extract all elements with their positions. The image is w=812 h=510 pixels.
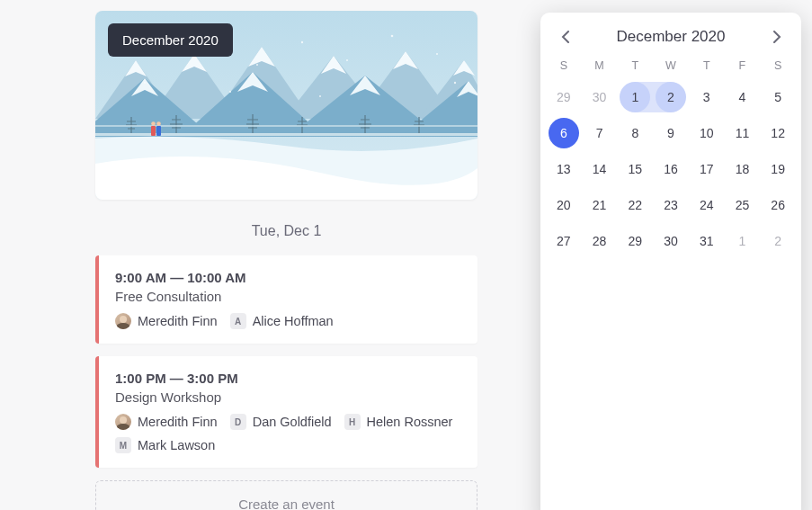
calendar-day-number: 9 (656, 118, 686, 148)
calendar-day-cell[interactable]: 31 (689, 223, 725, 259)
svg-point-52 (256, 64, 258, 66)
calendar-day-number: 14 (584, 154, 615, 184)
chevron-right-icon (773, 31, 781, 43)
calendar-day-number: 28 (584, 226, 615, 256)
calendar-day-cell[interactable]: 27 (546, 223, 582, 259)
event-card[interactable]: 9:00 AM — 10:00 AMFree ConsultationMered… (95, 255, 477, 344)
event-card[interactable]: 1:00 PM — 3:00 PMDesign WorkshopMeredith… (95, 356, 477, 468)
calendar-day-cell[interactable]: 28 (582, 223, 618, 259)
calendar-day-cell[interactable]: 17 (689, 151, 725, 187)
attendee: AAlice Hoffman (230, 313, 334, 329)
avatar-photo-icon (115, 414, 131, 430)
calendar-day-cell[interactable]: 15 (617, 151, 653, 187)
calendar-day-number: 15 (620, 154, 650, 184)
calendar-day-cell[interactable]: 30 (582, 79, 618, 115)
calendar-day-cell[interactable]: 6 (546, 115, 582, 151)
event-title: Free Consultation (115, 289, 461, 304)
calendar-day-number: 24 (692, 190, 722, 220)
calendar-day-cell[interactable]: 12 (760, 115, 796, 151)
avatar-initial-icon: M (115, 437, 131, 453)
calendar-day-cell[interactable]: 5 (760, 79, 796, 115)
svg-point-58 (144, 82, 146, 84)
svg-point-55 (391, 35, 394, 38)
calendar-day-cell[interactable]: 30 (653, 223, 689, 259)
calendar-day-cell[interactable]: 8 (617, 115, 653, 151)
calendar-day-cell[interactable]: 24 (689, 187, 725, 223)
event-time: 9:00 AM — 10:00 AM (115, 270, 461, 285)
calendar-day-header: F (725, 54, 761, 79)
calendar-day-number: 27 (549, 226, 579, 256)
chevron-left-icon (561, 31, 569, 43)
calendar-day-cell[interactable]: 16 (653, 151, 689, 187)
attendee: Meredith Finn (115, 313, 218, 329)
calendar-day-number: 23 (656, 190, 686, 220)
calendar-day-number: 19 (763, 154, 793, 184)
calendar-day-header: W (653, 54, 689, 79)
calendar-day-cell[interactable]: 4 (725, 79, 761, 115)
attendee-list: Meredith FinnAAlice Hoffman (115, 313, 461, 329)
calendar-day-number: 1 (727, 226, 757, 256)
month-hero: December 2020 (95, 11, 477, 200)
svg-point-48 (156, 121, 161, 126)
calendar-day-cell[interactable]: 21 (582, 187, 618, 223)
calendar-widget: December 2020 SMTWTFS 293012345678910111… (540, 13, 801, 510)
calendar-day-number: 8 (620, 118, 650, 148)
calendar-day-cell[interactable]: 7 (582, 115, 618, 151)
calendar-day-cell[interactable]: 13 (546, 151, 582, 187)
calendar-day-number: 13 (549, 154, 579, 184)
calendar-day-cell[interactable]: 1 (617, 79, 653, 115)
calendar-day-number: 2 (763, 226, 793, 256)
calendar-day-cell[interactable]: 22 (617, 187, 653, 223)
svg-point-53 (301, 41, 303, 43)
svg-point-46 (151, 121, 156, 126)
create-event-button[interactable]: Create an event (95, 480, 477, 510)
calendar-day-cell[interactable]: 3 (689, 79, 725, 115)
calendar-day-header: S (546, 54, 582, 79)
calendar-prev-button[interactable] (555, 27, 575, 47)
calendar-day-cell[interactable]: 29 (546, 79, 582, 115)
calendar-day-cell[interactable]: 1 (725, 223, 761, 259)
attendee-name: Meredith Finn (138, 415, 218, 429)
calendar-day-number: 7 (584, 118, 615, 148)
calendar-day-cell[interactable]: 11 (725, 115, 761, 151)
calendar-day-cell[interactable]: 9 (653, 115, 689, 151)
calendar-day-number: 16 (656, 154, 686, 184)
calendar-next-button[interactable] (767, 27, 787, 47)
calendar-day-cell[interactable]: 23 (653, 187, 689, 223)
calendar-day-cell[interactable]: 25 (725, 187, 761, 223)
calendar-day-number: 4 (727, 82, 757, 112)
avatar-photo-icon (115, 313, 131, 329)
calendar-day-cell[interactable]: 14 (582, 151, 618, 187)
calendar-day-cell[interactable]: 20 (546, 187, 582, 223)
calendar-day-header: M (582, 54, 618, 79)
calendar-day-number: 18 (727, 154, 757, 184)
calendar-title: December 2020 (617, 28, 726, 46)
svg-point-57 (454, 82, 456, 84)
calendar-day-number: 11 (727, 118, 757, 148)
svg-point-60 (319, 95, 321, 97)
calendar-day-header: T (617, 54, 653, 79)
calendar-day-cell[interactable]: 26 (760, 187, 796, 223)
calendar-day-cell[interactable]: 2 (653, 79, 689, 115)
svg-point-56 (436, 53, 438, 55)
calendar-day-cell[interactable]: 18 (725, 151, 761, 187)
calendar-day-cell[interactable]: 10 (689, 115, 725, 151)
svg-point-54 (346, 59, 348, 61)
svg-point-59 (229, 91, 231, 93)
event-time: 1:00 PM — 3:00 PM (115, 371, 461, 386)
calendar-day-number: 30 (656, 226, 686, 256)
calendar-day-cell[interactable]: 2 (760, 223, 796, 259)
attendee-list: Meredith FinnDDan GoldfieldHHelen Rossne… (115, 414, 461, 453)
avatar-initial-icon: A (230, 313, 246, 329)
calendar-day-number: 5 (763, 82, 793, 112)
hero-month-badge: December 2020 (108, 23, 233, 57)
calendar-day-number: 20 (549, 190, 579, 220)
selected-date-heading: Tue, Dec 1 (95, 223, 477, 239)
calendar-day-number: 25 (727, 190, 757, 220)
svg-rect-47 (156, 126, 161, 136)
attendee-name: Alice Hoffman (253, 314, 334, 328)
calendar-day-cell[interactable]: 29 (617, 223, 653, 259)
calendar-day-number: 29 (620, 226, 650, 256)
calendar-day-number: 21 (584, 190, 615, 220)
calendar-day-cell[interactable]: 19 (760, 151, 796, 187)
